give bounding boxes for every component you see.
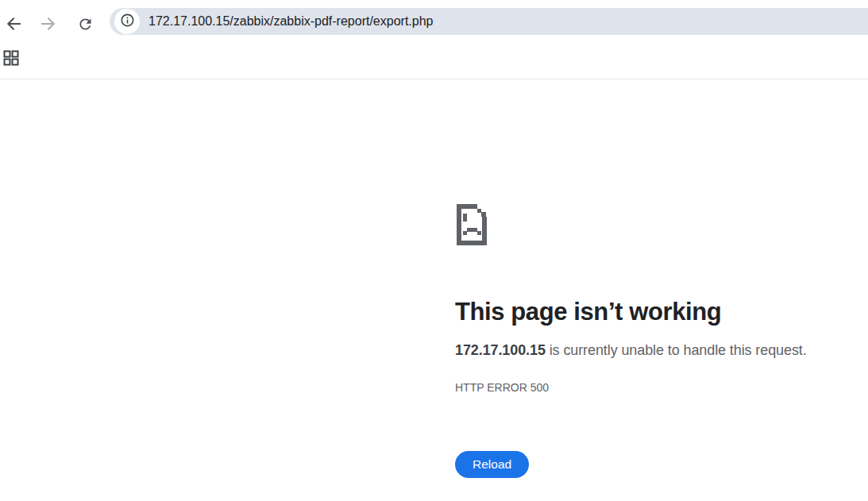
sad-file-icon <box>455 202 868 252</box>
error-code: HTTP ERROR 500 <box>455 381 868 394</box>
bookmarks-bar <box>0 44 868 79</box>
address-bar[interactable]: 172.17.100.15/zabbix/zabbix-pdf-report/e… <box>110 8 868 35</box>
error-message-text: is currently unable to handle this reque… <box>546 342 807 358</box>
browser-toolbar: 172.17.100.15/zabbix/zabbix-pdf-report/e… <box>0 0 868 44</box>
error-page: This page isn’t working 172.17.100.15 is… <box>0 79 868 478</box>
back-button[interactable] <box>5 14 24 33</box>
error-title: This page isn’t working <box>455 298 868 326</box>
error-message: 172.17.100.15 is currently unable to han… <box>455 342 868 359</box>
apps-shortcut-button[interactable] <box>3 50 19 66</box>
site-info-button[interactable] <box>114 9 140 34</box>
url-text: 172.17.100.15/zabbix/zabbix-pdf-report/e… <box>149 14 433 29</box>
reload-icon <box>77 16 94 33</box>
forward-arrow-icon <box>39 15 56 33</box>
info-icon <box>120 13 135 30</box>
error-host: 172.17.100.15 <box>455 342 546 358</box>
reload-button[interactable]: Reload <box>455 451 529 478</box>
forward-button[interactable] <box>38 14 57 33</box>
apps-grid-icon <box>3 56 19 68</box>
back-arrow-icon <box>6 15 23 33</box>
reload-page-button[interactable] <box>75 14 95 33</box>
